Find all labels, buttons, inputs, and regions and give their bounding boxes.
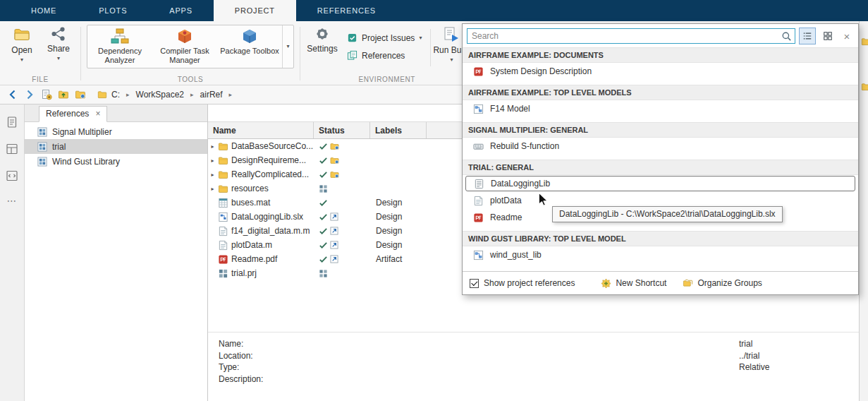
up-folder-icon xyxy=(58,89,69,100)
list-view-icon xyxy=(802,31,812,41)
close-icon: × xyxy=(844,30,850,42)
file-name: DesignRequireme... xyxy=(231,155,306,165)
column-header-name[interactable]: Name xyxy=(208,122,314,138)
file-name: DataLoggingLib.slx xyxy=(231,212,303,222)
expand-caret-icon[interactable]: ▸ xyxy=(208,172,217,178)
breadcrumb-segment-airref[interactable]: airRef xyxy=(197,88,226,101)
column-header-labels[interactable]: Labels xyxy=(370,122,427,138)
package-toolbox-button[interactable]: Package Toolbox xyxy=(217,25,282,68)
ribbon-tab-plots[interactable]: PLOTS xyxy=(78,0,148,21)
shortcut-datalogginglib[interactable]: DataLoggingLib xyxy=(465,176,855,191)
close-popup-button[interactable]: × xyxy=(840,28,854,44)
column-header-status[interactable]: Status xyxy=(314,122,370,138)
icon-view-button[interactable] xyxy=(819,28,836,44)
reference-item-wind-gust-library[interactable]: Wind Gust Library xyxy=(25,154,207,169)
settings-button[interactable]: Settings xyxy=(306,23,338,54)
link-icon xyxy=(330,241,338,249)
search-input[interactable] xyxy=(472,31,781,41)
up-one-level-button[interactable] xyxy=(56,88,71,102)
m-file-icon xyxy=(218,240,228,251)
shared-folder-icon xyxy=(330,156,339,165)
reference-item-trial[interactable]: trial xyxy=(25,139,207,154)
group-header-signal-multiplier-general: SIGNAL MULTIPLIER: GENERAL xyxy=(463,122,858,138)
check-icon xyxy=(319,227,328,236)
new-file-button[interactable] xyxy=(39,88,54,102)
close-icon[interactable]: × xyxy=(95,109,100,118)
shortcut-wind-gust-lib[interactable]: wind_gust_lib xyxy=(463,246,858,263)
detail-description: Description: xyxy=(208,374,868,386)
references-icon xyxy=(347,50,357,61)
ribbon-tab-project[interactable]: PROJECT xyxy=(214,0,296,21)
back-button[interactable] xyxy=(6,88,20,102)
share-icon xyxy=(51,26,66,42)
pdf-file-icon xyxy=(473,213,484,223)
dependency-analyzer-button[interactable]: Dependency Analyzer xyxy=(87,25,152,68)
references-button[interactable]: References xyxy=(343,47,426,64)
browse-folder-button[interactable] xyxy=(73,88,87,102)
expand-caret-icon[interactable]: ▸ xyxy=(208,157,217,164)
compiler-task-manager-button[interactable]: Compiler Task Manager xyxy=(152,25,217,68)
project-issues-button[interactable]: Project Issues▾ xyxy=(343,29,426,47)
new-shortcut-button[interactable]: New Shortcut xyxy=(601,278,666,289)
check-icon xyxy=(319,198,328,208)
detail-name: Name:trial xyxy=(208,339,868,351)
details-pane: Name:trialLocation:../trialType:Relative… xyxy=(208,332,868,385)
grid-icon xyxy=(319,269,328,278)
side-tool-strip: ⋯ xyxy=(0,104,25,401)
link-icon xyxy=(330,213,338,221)
docked-panel-icon[interactable] xyxy=(861,37,868,47)
label-cell: Design xyxy=(370,240,455,250)
expand-caret-icon[interactable]: ▸ xyxy=(208,186,217,192)
docked-panel-icon[interactable] xyxy=(861,82,868,92)
file-group: Open▾Share▾ FILE xyxy=(0,21,80,85)
shortcut-rebuild-s-function[interactable]: Rebuild S-function xyxy=(463,138,858,155)
group-header-airframe-example-documents: AIRFRAME EXAMPLE: DOCUMENTS xyxy=(463,47,858,63)
organize-groups-button[interactable]: Organize Groups xyxy=(683,278,762,289)
slx-file-icon xyxy=(218,212,228,222)
popup-footer: Show project references New Shortcut Org… xyxy=(463,271,858,294)
sidebar-tool-doc-lines-button[interactable] xyxy=(4,114,20,130)
breadcrumb-segment-c[interactable]: C: xyxy=(109,88,123,101)
popup-search-row: × xyxy=(463,24,858,47)
file-name: plotData.m xyxy=(231,240,272,250)
more-tools-button[interactable]: ⋯ xyxy=(7,195,18,206)
shortcut-f14-model[interactable]: F14 Model xyxy=(463,100,858,117)
file-name: f14_digital_data.m.m xyxy=(231,226,310,236)
folder-icon xyxy=(218,155,228,166)
check-icon xyxy=(319,156,328,165)
chevron-down-icon: ▾ xyxy=(20,57,23,63)
tab-references[interactable]: References × xyxy=(39,106,107,122)
shortcut-group: AIRFRAME EXAMPLE: DOCUMENTSSystem Design… xyxy=(463,47,858,85)
reference-item-signal-multiplier[interactable]: Signal Multiplier xyxy=(25,124,207,139)
sidebar-tool-panel-grid-button[interactable] xyxy=(4,141,20,157)
list-view-button[interactable] xyxy=(799,28,816,44)
shortcut-file-icon xyxy=(474,179,484,189)
name-cell: ▸DesignRequireme... xyxy=(208,155,314,166)
shortcut-system-design-description[interactable]: System Design Description xyxy=(463,63,858,80)
status-cell xyxy=(314,269,370,278)
group-header-trial-general: TRIAL: GENERAL xyxy=(463,160,858,175)
show-project-references-checkbox[interactable] xyxy=(470,279,479,288)
forward-button[interactable] xyxy=(23,88,37,102)
references-tree: Signal MultipliertrialWind Gust Library xyxy=(25,122,207,169)
forward-arrow-icon xyxy=(24,89,35,100)
group-header-wind-gust-library-top-level-model: WIND GUST LIBRARY: TOP LEVEL MODEL xyxy=(463,231,858,246)
ribbon-tab-references[interactable]: REFERENCES xyxy=(296,0,397,21)
ribbon-tab-apps[interactable]: APPS xyxy=(148,0,214,21)
label-cell: Design xyxy=(370,198,455,208)
folder-icon xyxy=(218,169,228,180)
open-button[interactable]: Open▾ xyxy=(6,23,38,63)
status-cell xyxy=(314,184,370,193)
open-folder-icon xyxy=(13,26,30,43)
environment-group: Settings Project Issues▾References Run B… xyxy=(300,21,473,85)
grid-view-icon xyxy=(823,31,833,41)
sidebar-tool-code-button[interactable] xyxy=(4,168,20,184)
label-cell: Design xyxy=(370,212,455,222)
file-name: buses.mat xyxy=(231,198,270,208)
share-button[interactable]: Share▾ xyxy=(42,23,75,63)
breadcrumb-segment-workspace2[interactable]: WorkSpace2 xyxy=(133,88,187,101)
gallery-dropdown-button[interactable]: ▾ xyxy=(282,25,293,68)
ribbon-tab-home[interactable]: HOME xyxy=(10,0,78,21)
browse-folder-icon xyxy=(75,89,86,100)
expand-caret-icon[interactable]: ▸ xyxy=(208,143,217,150)
